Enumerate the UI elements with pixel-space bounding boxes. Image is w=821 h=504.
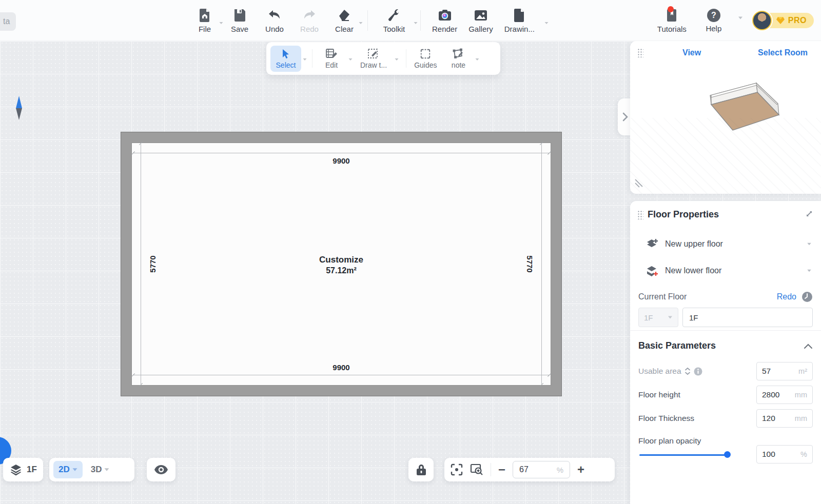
zoom-level-input[interactable] (519, 465, 542, 474)
floor-height-row: Floor height mm (638, 386, 813, 404)
tab-view[interactable]: View (682, 48, 701, 57)
room-interior[interactable]: 9900 9900 5770 5770 Customize 57.12m² (131, 143, 551, 386)
room-label[interactable]: Customize 57.12m² (132, 255, 551, 275)
room-walls[interactable]: 9900 9900 5770 5770 Customize 57.12m² (121, 132, 562, 396)
caret-down-icon (105, 468, 109, 471)
render-button[interactable]: Render (429, 6, 460, 35)
current-floor-label: Current Floor (638, 292, 687, 301)
floor-name-input[interactable] (682, 308, 813, 327)
edit-tool[interactable]: Edit (316, 46, 347, 72)
undo-button[interactable]: Undo (260, 6, 289, 35)
opacity-field: % (756, 445, 813, 463)
current-floor-row: Current Floor Redo (638, 291, 813, 303)
floor-thickness-label: Floor Thickness (638, 414, 694, 423)
drag-handle-icon[interactable] (637, 210, 643, 219)
usable-area-input[interactable] (762, 367, 791, 376)
note-polygon-pencil-icon (452, 48, 464, 59)
undo-label: Undo (265, 25, 284, 33)
tab-select-room[interactable]: Select Room (758, 48, 808, 57)
help-button[interactable]: ? Help (699, 7, 729, 35)
view-panel: View Select Room (630, 41, 821, 194)
panel-collapse-button[interactable] (618, 98, 632, 135)
render-label: Render (432, 25, 457, 33)
partial-tab[interactable]: ta (0, 12, 16, 31)
caret-down-icon[interactable] (738, 17, 742, 19)
usable-area-row: Usable area m² (638, 362, 813, 380)
opacity-input[interactable] (762, 450, 791, 459)
caret-down-icon[interactable] (303, 58, 307, 61)
toolkit-button[interactable]: Toolkit (376, 6, 412, 35)
fit-view-button[interactable] (451, 463, 463, 476)
caret-down-icon[interactable] (476, 58, 479, 61)
eye-icon (154, 465, 168, 475)
top-toolbar: ta File Save Undo Redo Clear (0, 0, 821, 41)
floor-thickness-row: Floor Thickness mm (638, 409, 813, 428)
clear-button[interactable]: Clear (329, 6, 359, 35)
file-button[interactable]: File (190, 6, 220, 35)
view-panel-tabs: View Select Room (637, 48, 814, 57)
toolbar-divider (420, 10, 421, 31)
mode-2d-button[interactable]: 2D (53, 461, 83, 478)
floor-thickness-input[interactable] (762, 414, 791, 423)
lock-icon (416, 463, 427, 476)
floor-select-value: 1F (644, 313, 653, 322)
usable-area-field: m² (756, 362, 813, 380)
room-name: Customize (132, 255, 551, 265)
chevron-up-icon[interactable] (804, 343, 813, 349)
redo-icon (302, 8, 317, 23)
mode-3d-button[interactable]: 3D (86, 461, 115, 478)
room-3d-preview[interactable] (681, 73, 784, 155)
resize-handle-icon[interactable] (634, 178, 644, 189)
caret-down-icon[interactable] (349, 58, 353, 61)
history-clock-icon[interactable] (802, 291, 813, 303)
main-tool-strip: File Save Undo Redo Clear (190, 4, 538, 37)
palette-divider (312, 49, 312, 68)
north-compass-icon[interactable] (14, 95, 24, 121)
chevron-right-icon (622, 112, 628, 122)
zoom-to-area-button[interactable] (470, 463, 483, 476)
caret-down-icon (414, 22, 418, 24)
floor-thickness-field: mm (756, 409, 813, 428)
floor-height-input[interactable] (762, 390, 791, 399)
floor-selector-button[interactable]: 1F (3, 458, 43, 481)
drawing-button[interactable]: Drawin... (501, 6, 538, 35)
user-avatar[interactable] (752, 11, 772, 30)
visibility-button[interactable] (147, 458, 175, 481)
zoom-in-button[interactable]: + (577, 463, 584, 476)
focus-icon (451, 463, 463, 476)
pro-label: PRO (788, 16, 807, 25)
select-tool[interactable]: Select (270, 46, 301, 72)
account-area: PRO (752, 11, 814, 30)
draw-dashed-rect-icon (367, 48, 380, 59)
gallery-button[interactable]: Gallery (465, 6, 496, 35)
redo-button[interactable]: Redo (295, 6, 324, 35)
floor-height-unit: mm (795, 391, 807, 399)
new-upper-floor-button[interactable]: New upper floor (646, 238, 812, 250)
floor-select-dropdown[interactable]: 1F (638, 308, 678, 327)
floor-properties-title: Floor Properties (648, 209, 719, 220)
guides-tool[interactable]: Guides (410, 46, 441, 72)
zoom-out-button[interactable]: − (498, 463, 505, 476)
basic-parameters-header[interactable]: Basic Parameters (638, 340, 813, 351)
floor-plan-opacity-label: Floor plan opacity (638, 436, 701, 446)
zoom-unit: % (557, 466, 563, 474)
note-tool[interactable]: note (443, 46, 474, 72)
stepper-updown-icon[interactable] (685, 367, 691, 375)
draw-tool[interactable]: Draw t... (356, 46, 391, 72)
new-lower-floor-button[interactable]: New lower floor (646, 265, 812, 277)
edit-tool-palette: Select Edit Draw t... Guides (266, 42, 500, 75)
section-divider (630, 330, 821, 331)
redo-floor-link[interactable]: Redo (777, 292, 796, 301)
mode-3d-label: 3D (91, 465, 102, 475)
caret-down-icon[interactable] (395, 58, 399, 61)
undo-icon (267, 8, 282, 23)
toolkit-label: Toolkit (383, 25, 405, 33)
expand-panel-icon[interactable] (805, 209, 814, 218)
info-icon[interactable] (694, 367, 702, 376)
eraser-icon (337, 8, 351, 23)
help-icon: ? (707, 9, 720, 22)
tutorials-button[interactable]: Tutorials (654, 6, 690, 35)
drag-handle-icon[interactable] (637, 48, 643, 57)
save-button[interactable]: Save (225, 6, 255, 35)
lock-button[interactable] (408, 458, 434, 481)
